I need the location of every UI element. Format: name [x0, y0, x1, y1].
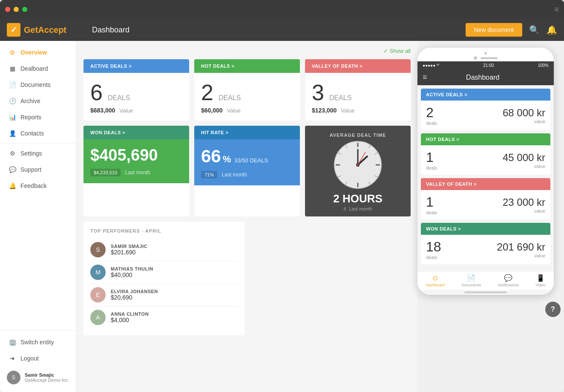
hit-rate-card: HIT RATE > 66 % 33/50 DEALS 71% Last mon… [194, 126, 300, 216]
mobile-time: 21:00 [483, 63, 494, 68]
hit-last-month-badge: 71% [201, 171, 217, 179]
active-deals-header[interactable]: ACTIVE DEALS > [83, 59, 189, 73]
page-title: Dashboard [92, 26, 129, 35]
settings-icon: ⚙ [9, 150, 16, 157]
won-deals-body: $405,690 $4,233,510 Last month [83, 139, 189, 183]
topnav-right: New document 🔍 🔔 [466, 23, 557, 37]
mobile-active-deals-header[interactable]: ACTIVE DEALS > [421, 89, 550, 101]
mobile-nav-documents[interactable]: 📄 Documents [461, 274, 481, 287]
mobile-hot-deals-body: 1 deals 45 000 kr value [421, 145, 550, 175]
average-deal-body: AVERAGE DEAL TIME [305, 126, 411, 216]
close-button[interactable] [5, 7, 10, 12]
check-icon: ✓ [383, 48, 388, 54]
won-deals-header[interactable]: WON DEALS > [83, 126, 189, 139]
main-layout: ⊙ Overview ▦ Dealboard 📄 Documents 🕐 Arc… [0, 41, 564, 392]
hit-rate-value: 66 % 33/50 DEALS [201, 146, 293, 167]
sidebar-item-overview[interactable]: ⊙ Overview [0, 44, 76, 61]
switch-entity-icon: 🏢 [9, 338, 16, 346]
valley-deals-value: $123,000 Value [312, 107, 404, 114]
sidebar-item-label: Feedback [20, 182, 46, 189]
video-nav-icon: 📱 [536, 274, 545, 282]
mobile-valley-header[interactable]: VALLEY OF DEATH > [421, 178, 550, 190]
right-panel: ●●●●● ᵂ 21:00 100% ≡ Dashboard [417, 41, 564, 392]
minimize-button[interactable] [14, 7, 19, 12]
sidebar-item-switch-entity[interactable]: 🏢 Switch entity [0, 334, 76, 350]
sidebar-item-label: Settings [20, 150, 42, 157]
sidebar-item-label: Switch entity [20, 339, 54, 346]
sidebar-item-label: Archive [20, 98, 40, 104]
user-info: Samir Smajic GetAccept Demo Inc. [25, 372, 69, 383]
bottom-row: TOP PERFORMERS · APRIL S SAMIR SMAJIC $2… [83, 222, 411, 335]
sidebar-item-reports[interactable]: 📊 Reports [0, 109, 76, 125]
logo-icon: ✓ [7, 23, 20, 37]
active-deals-card: ACTIVE DEALS > 6 DEALS $683,000 Value [83, 59, 189, 121]
sidebar-item-support[interactable]: 💬 Support [0, 161, 76, 178]
performers-title: TOP PERFORMERS · APRIL [90, 228, 238, 233]
mobile-signal: ●●●●● ᵂ [423, 63, 439, 68]
avatar: M [90, 265, 106, 280]
active-deals-body: 6 DEALS $683,000 Value [83, 73, 189, 121]
valley-of-death-card: VALLEY OF DEATH > 3 DEALS $123,000 Value [305, 59, 411, 121]
sidebar-item-label: Documents [20, 81, 51, 88]
help-button[interactable]: ? [545, 302, 561, 317]
mobile-nav-notifications[interactable]: 💬 Notifications [498, 274, 519, 287]
documents-nav-icon: 📄 [467, 274, 475, 282]
maximize-button[interactable] [22, 7, 27, 12]
mobile-hot-deals-header[interactable]: HOT DEALS > [421, 133, 550, 145]
empty-space [250, 222, 411, 335]
sidebar-item-settings[interactable]: ⚙ Settings [0, 145, 76, 161]
mobile-won-deals-header[interactable]: WON DEALS > [421, 223, 550, 235]
won-deals-amount: $405,690 [90, 146, 182, 164]
show-all-button[interactable]: ✓ Show all [383, 48, 411, 54]
documents-icon: 📄 [9, 81, 16, 89]
notifications-icon[interactable]: 🔔 [547, 25, 557, 35]
mobile-menu-icon[interactable]: ≡ [423, 73, 427, 82]
mobile-status-bar: ●●●●● ᵂ 21:00 100% [417, 61, 554, 69]
sidebar-item-documents[interactable]: 📄 Documents [0, 77, 76, 93]
svg-point-17 [357, 164, 359, 166]
sidebar-item-contacts[interactable]: 👤 Contacts [0, 125, 76, 141]
active-deals-value: $683,000 Value [90, 107, 182, 114]
logo-text: GetAccept [24, 25, 66, 35]
feedback-icon: 🔔 [9, 182, 16, 190]
average-deal-lastmonth: 4 Last month [343, 206, 372, 211]
hit-rate-header[interactable]: HIT RATE > [194, 126, 300, 139]
sidebar-item-dealboard[interactable]: ▦ Dealboard [0, 61, 76, 77]
mobile-page-title: Dashboard [466, 74, 499, 81]
mobile-nav-video[interactable]: 📱 Video [535, 274, 545, 287]
user-profile: S Samir Smajic GetAccept Demo Inc. [0, 366, 76, 389]
won-last-month-label: Last month [125, 170, 150, 176]
mobile-battery: 100% [538, 63, 549, 68]
valley-of-death-header[interactable]: VALLEY OF DEATH > [305, 59, 411, 73]
topnav: ✓ GetAccept Dashboard New document 🔍 🔔 [0, 19, 564, 41]
hot-deals-header[interactable]: HOT DEALS > [194, 59, 300, 73]
mobile-topnav: ≡ Dashboard [417, 69, 554, 85]
reports-icon: 📊 [9, 113, 16, 121]
new-document-button[interactable]: New document [466, 23, 522, 37]
contacts-icon: 👤 [9, 130, 16, 137]
sidebar-item-archive[interactable]: 🕐 Archive [0, 93, 76, 109]
sidebar-item-feedback[interactable]: 🔔 Feedback [0, 178, 76, 194]
sidebar-item-logout[interactable]: ➜ Logout [0, 350, 76, 366]
logo-checkmark-icon: ✓ [11, 25, 17, 35]
archive-icon: 🕐 [9, 97, 16, 105]
valley-of-death-body: 3 DEALS $123,000 Value [305, 73, 411, 121]
mobile-nav-dashboard[interactable]: ⊙ Dashboard [426, 274, 445, 287]
content-header: ✓ Show all [83, 48, 411, 54]
titlebar: ≡ [0, 0, 564, 19]
support-icon: 💬 [9, 166, 16, 173]
home-bar[interactable] [464, 291, 507, 293]
logo: ✓ GetAccept [7, 23, 83, 37]
hot-deals-body: 2 DEALS $60,000 Value [194, 73, 300, 121]
content-area: ✓ Show all ACTIVE DEALS > 6 DEALS [77, 41, 417, 392]
avatar: E [90, 287, 106, 303]
mobile-won-deals-body: 18 deals 201 690 kr value [421, 235, 550, 264]
hit-rate-number: 66 [201, 146, 221, 167]
mobile-valley-card: VALLEY OF DEATH > 1 deals 23 000 kr valu… [421, 178, 550, 219]
sidebar-divider [0, 143, 76, 144]
titlebar-menu-icon[interactable]: ≡ [554, 5, 559, 14]
search-icon[interactable]: 🔍 [529, 25, 540, 35]
mobile-active-deals-card: ACTIVE DEALS > 2 deals 68 000 kr value [421, 89, 550, 130]
won-last-month-badge: $4,233,510 [90, 169, 121, 176]
hit-last-month-label: Last month [222, 172, 247, 178]
